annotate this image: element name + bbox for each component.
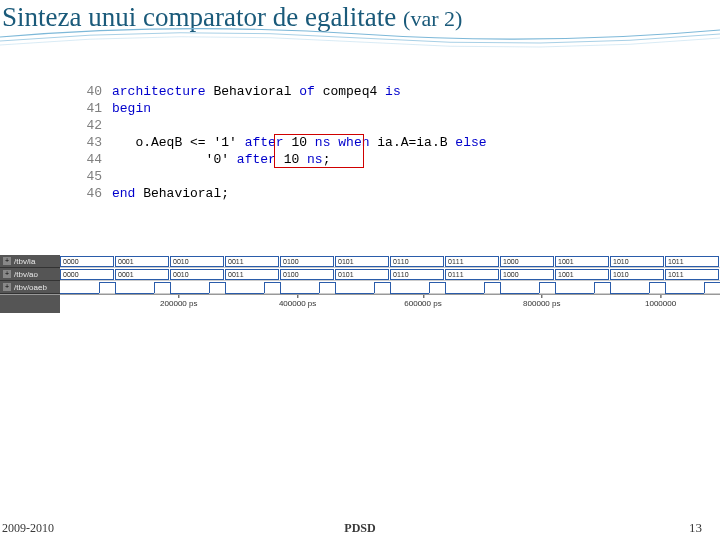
signal-track: 0000000100100011010001010110011110001001… — [60, 255, 720, 268]
bus-segment: 0000 — [60, 256, 114, 267]
time-tick: 200000 ps — [160, 299, 197, 308]
time-tick: 1000000 — [645, 299, 676, 308]
decorative-wave — [0, 22, 720, 52]
bus-segment: 0101 — [335, 269, 389, 280]
code-text: architecture Behavioral of compeq4 is — [112, 83, 401, 100]
code-line: 40architecture Behavioral of compeq4 is — [78, 83, 720, 100]
code-text: end Behavioral; — [112, 185, 229, 202]
signal-label: +/tbv/ao — [0, 268, 60, 281]
line-number: 42 — [78, 117, 112, 134]
signal-row: +/tbv/ao00000001001000110100010101100111… — [0, 268, 720, 281]
slide-footer: 2009-2010 PDSD 13 — [0, 520, 720, 536]
signal-track: 0000000100100011010001010110011110001001… — [60, 268, 720, 281]
page-number: 13 — [689, 520, 702, 536]
bus-segment: 1000 — [500, 269, 554, 280]
code-line: 41begin — [78, 100, 720, 117]
bus-segment: 1001 — [555, 269, 609, 280]
signal-track — [60, 281, 720, 294]
bus-segment: 1010 — [610, 269, 664, 280]
bus-segment: 0111 — [445, 269, 499, 280]
expand-icon[interactable]: + — [3, 283, 11, 291]
bus-segment: 1011 — [665, 269, 719, 280]
code-line: 46end Behavioral; — [78, 185, 720, 202]
bus-segment: 0000 — [60, 269, 114, 280]
bus-segment: 0111 — [445, 256, 499, 267]
bus-segment: 1010 — [610, 256, 664, 267]
vhdl-code-block: 40architecture Behavioral of compeq4 is4… — [78, 83, 720, 202]
bus-segment: 1000 — [500, 256, 554, 267]
expand-icon[interactable]: + — [3, 257, 11, 265]
bus-segment: 0100 — [280, 256, 334, 267]
expand-icon[interactable]: + — [3, 270, 11, 278]
line-number: 44 — [78, 151, 112, 168]
time-axis-gutter — [0, 295, 60, 313]
time-axis: 200000 ps400000 ps600000 ps800000 ps1000… — [0, 294, 720, 312]
bus-segment: 0101 — [335, 256, 389, 267]
waveform-viewer: +/tbv/ia00000001001000110100010101100111… — [0, 255, 720, 325]
footer-course: PDSD — [344, 521, 375, 536]
bus-segment: 0010 — [170, 256, 224, 267]
code-line: 45 — [78, 168, 720, 185]
line-number: 41 — [78, 100, 112, 117]
time-axis-track: 200000 ps400000 ps600000 ps800000 ps1000… — [60, 295, 720, 312]
slide-title-bar: Sinteza unui comparator de egalitate (va… — [0, 0, 720, 33]
bus-segment: 0001 — [115, 256, 169, 267]
footer-year: 2009-2010 — [2, 521, 54, 536]
bus-segment: 1001 — [555, 256, 609, 267]
code-text: '0' after 10 ns; — [112, 151, 330, 168]
signal-label: +/tbv/oaeb — [0, 281, 60, 294]
code-line: 44 '0' after 10 ns; — [78, 151, 720, 168]
signal-row: +/tbv/oaeb — [0, 281, 720, 294]
line-number: 43 — [78, 134, 112, 151]
bus-segment: 0001 — [115, 269, 169, 280]
bus-segment: 0110 — [390, 269, 444, 280]
line-number: 46 — [78, 185, 112, 202]
bus-segment: 0010 — [170, 269, 224, 280]
bus-segment: 0110 — [390, 256, 444, 267]
line-number: 45 — [78, 168, 112, 185]
line-number: 40 — [78, 83, 112, 100]
bus-segment: 0100 — [280, 269, 334, 280]
time-tick: 600000 ps — [404, 299, 441, 308]
time-tick: 800000 ps — [523, 299, 560, 308]
code-line: 43 o.AeqB <= '1' after 10 ns when ia.A=i… — [78, 134, 720, 151]
bus-segment: 0011 — [225, 256, 279, 267]
signal-row: +/tbv/ia00000001001000110100010101100111… — [0, 255, 720, 268]
code-line: 42 — [78, 117, 720, 134]
bus-segment: 0011 — [225, 269, 279, 280]
code-text: begin — [112, 100, 151, 117]
bus-segment: 1011 — [665, 256, 719, 267]
signal-label: +/tbv/ia — [0, 255, 60, 268]
time-tick: 400000 ps — [279, 299, 316, 308]
code-text: o.AeqB <= '1' after 10 ns when ia.A=ia.B… — [112, 134, 487, 151]
